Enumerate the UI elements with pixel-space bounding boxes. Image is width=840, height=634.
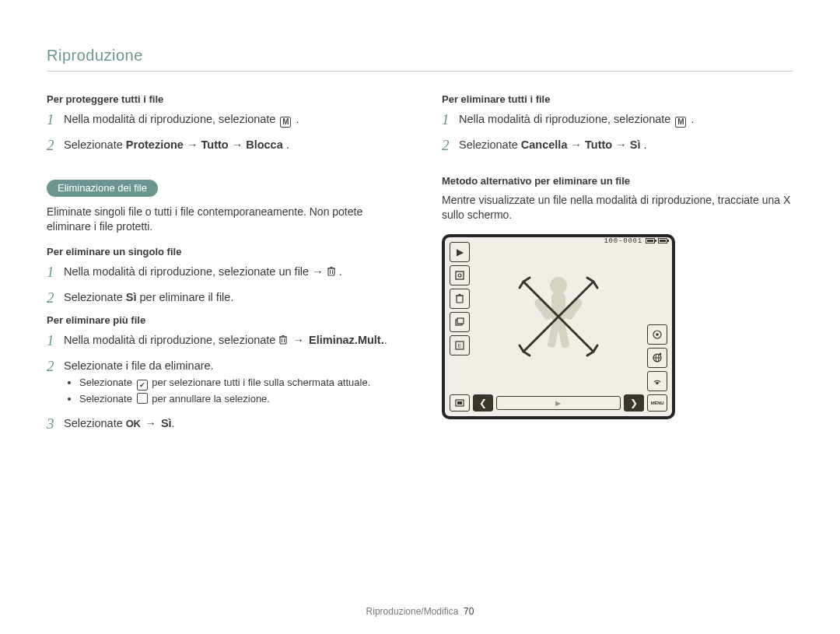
trash-icon [278, 335, 288, 345]
svg-point-19 [550, 277, 567, 294]
step-text-suffix: . [286, 138, 289, 151]
wireless-icon[interactable] [647, 371, 667, 391]
prev-button[interactable]: ❮ [473, 394, 493, 412]
step-bold: Sì [126, 291, 137, 303]
ok-label: OK [126, 417, 141, 432]
step-number: 1 [47, 332, 64, 350]
svg-point-11 [458, 274, 461, 277]
step-text-suffix: per eliminare il file. [140, 291, 234, 303]
playback-bar[interactable] [496, 396, 621, 410]
delete-all-step-2: 2 Selezionate Cancella → Tutto → Sì . [442, 137, 793, 155]
alternative-text: Mentre visualizzate un file nella modali… [442, 193, 793, 223]
svg-rect-0 [328, 268, 334, 275]
svg-point-28 [656, 333, 659, 336]
voice-icon[interactable] [647, 324, 667, 345]
step-number: 2 [47, 289, 64, 307]
battery-icon [658, 238, 667, 243]
step-text: Selezionate [64, 291, 126, 303]
svg-rect-12 [457, 296, 463, 303]
divider [47, 71, 793, 72]
page: Riproduzione Per proteggere tutti i file… [0, 0, 840, 634]
step-text: Nella modalità di riproduzione, selezion… [64, 113, 278, 125]
svg-rect-16 [457, 318, 464, 324]
step-bold: Sì [161, 417, 172, 429]
bottom-toolbar: ❮ ❯ MENU [450, 394, 667, 412]
svg-rect-24 [557, 320, 570, 348]
delete-all-heading: Per eliminare tutti i file [442, 93, 793, 105]
step-text-suffix: . [384, 334, 387, 346]
step-text-suffix: . [339, 265, 342, 278]
frame-icon[interactable] [450, 265, 470, 285]
preview-area[interactable] [474, 242, 642, 391]
step-text-suffix: . [296, 113, 299, 125]
protect-all-heading: Per proteggere tutti i file [47, 93, 398, 105]
sub-bullets: Selezionate per selezionare tutti i file… [70, 376, 398, 406]
battery-icon [646, 238, 655, 243]
step-bold: Cancella → Tutto → Sì [521, 138, 641, 151]
page-footer: Riproduzione/Modifica 70 [0, 606, 840, 617]
step-text: Selezionate [64, 138, 126, 151]
delete-multi-heading: Per eliminare più file [47, 314, 398, 326]
bullet-select-all: Selezionate per selezionare tutti i file… [79, 376, 398, 391]
step-number: 1 [442, 111, 459, 129]
step-bold: Protezione → Tutto → Blocca [126, 138, 283, 151]
step-text: Selezionate i file da eliminare. [64, 359, 214, 372]
next-button[interactable]: ❯ [624, 394, 644, 412]
svg-rect-10 [456, 271, 464, 279]
step-text-suffix: . [172, 417, 175, 429]
menu-icon [280, 117, 291, 128]
globe-icon[interactable] [647, 348, 667, 368]
delete-single-step-2: 2 Selezionate Sì per eliminare il file. [47, 289, 398, 307]
step-text: Selezionate [459, 138, 521, 151]
camera-screen: 100-0001 ▶ [442, 234, 675, 419]
edit-icon[interactable]: E [450, 335, 470, 356]
step-text-suffix: . [691, 113, 695, 125]
svg-rect-5 [280, 337, 286, 344]
delete-multi-step-3: 3 Selezionate OK → Sì. [47, 415, 398, 433]
step-number: 2 [442, 137, 459, 155]
step-number: 1 [47, 264, 64, 282]
step-number: 3 [47, 415, 64, 433]
left-toolbar: ▶ E [450, 242, 471, 391]
play-icon[interactable]: ▶ [450, 242, 470, 262]
step-text: Nella modalità di riproduzione, selezion… [459, 113, 674, 125]
step-text: Selezionate [64, 417, 126, 429]
svg-text:E: E [458, 343, 462, 349]
menu-icon [675, 117, 686, 128]
delete-single-heading: Per eliminare un singolo file [47, 246, 398, 257]
deletion-section-badge: Eliminazione dei file [47, 180, 158, 197]
delete-single-step-1: 1 Nella modalità di riproduzione, selezi… [47, 264, 398, 282]
step-text-suffix: . [643, 138, 646, 151]
step-text: Nella modalità di riproduzione, selezion… [64, 334, 278, 346]
step-bold: Eliminaz.Mult. [309, 334, 384, 346]
page-title: Riproduzione [47, 47, 793, 65]
step-number: 2 [47, 137, 64, 155]
arrow: → [292, 334, 310, 346]
delete-multi-step-1: 1 Nella modalità di riproduzione, selezi… [47, 332, 398, 350]
content-columns: Per proteggere tutti i file 1 Nella moda… [47, 89, 793, 441]
select-all-icon [137, 380, 148, 391]
left-column: Per proteggere tutti i file 1 Nella moda… [47, 89, 398, 441]
deselect-icon [137, 393, 148, 404]
trash-icon [327, 266, 336, 277]
menu-button[interactable]: MENU [647, 394, 667, 412]
stack-icon[interactable] [450, 312, 470, 332]
right-column: Per eliminare tutti i file 1 Nella modal… [442, 89, 793, 441]
footer-section: Riproduzione/Modifica [366, 606, 459, 617]
step-text: Nella modalità di riproduzione, selezion… [64, 265, 327, 278]
page-number: 70 [464, 606, 474, 617]
display-mode-icon[interactable] [450, 394, 470, 412]
step-number: 2 [47, 358, 64, 376]
arrow: → [143, 417, 161, 429]
right-toolbar [646, 242, 667, 391]
deletion-intro: Eliminate singoli file o tutti i file co… [47, 205, 398, 235]
trash-icon[interactable] [450, 289, 470, 309]
silhouette-image [474, 242, 642, 391]
delete-multi-step-2: 2 Selezionate i file da eliminare. Selez… [47, 358, 398, 408]
alternative-heading: Metodo alternativo per eliminare un file [442, 175, 793, 187]
step-number: 1 [47, 111, 64, 129]
bullet-deselect: Selezionate per annullare la selezione. [79, 392, 398, 406]
svg-rect-36 [457, 401, 462, 405]
protect-step-1: 1 Nella modalità di riproduzione, selezi… [47, 111, 398, 129]
protect-step-2: 2 Selezionate Protezione → Tutto → Blocc… [47, 137, 398, 155]
